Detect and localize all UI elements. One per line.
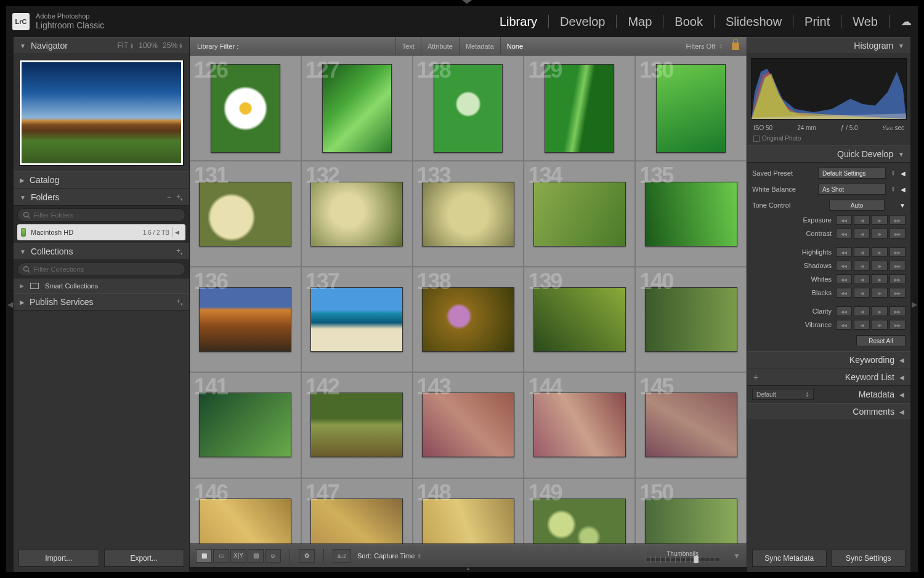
thumbnail[interactable] bbox=[199, 182, 291, 246]
shadows-step-3[interactable]: ▸▸ bbox=[890, 261, 906, 271]
highlights-step-3[interactable]: ▸▸ bbox=[890, 247, 906, 257]
right-edge-expander[interactable]: ▶ bbox=[910, 37, 918, 572]
blacks-step-1[interactable]: ◂ bbox=[854, 288, 870, 298]
import-button[interactable]: Import... bbox=[18, 550, 99, 567]
grid-cell[interactable]: 136 bbox=[190, 267, 301, 372]
keyword-list-header[interactable]: + Keyword List ◀ bbox=[747, 368, 910, 386]
metadata-preset-dropdown[interactable]: Default ▲▼ bbox=[752, 389, 814, 400]
module-map[interactable]: Map bbox=[617, 6, 663, 37]
whites-step-0[interactable]: ◂◂ bbox=[836, 274, 852, 284]
collections-header[interactable]: ▼ Collections +▾ bbox=[14, 243, 189, 260]
compare-view-button[interactable]: X|Y bbox=[230, 549, 246, 563]
highlights-step-1[interactable]: ◂ bbox=[854, 247, 870, 257]
clarity-step-0[interactable]: ◂◂ bbox=[836, 306, 852, 316]
whites-step-1[interactable]: ◂ bbox=[854, 274, 870, 284]
loupe-view-button[interactable]: ▭ bbox=[213, 549, 229, 563]
thumbnail[interactable] bbox=[422, 287, 514, 352]
exposure-step-2[interactable]: ▸ bbox=[872, 215, 888, 225]
whites-step-3[interactable]: ▸▸ bbox=[890, 274, 906, 284]
grid-cell[interactable]: 141 bbox=[190, 372, 301, 478]
contrast-step-3[interactable]: ▸▸ bbox=[890, 229, 906, 238]
white-balance-dropdown[interactable]: As Shot bbox=[818, 184, 886, 195]
grid-cell[interactable]: 146 bbox=[190, 478, 301, 543]
blacks-step-3[interactable]: ▸▸ bbox=[890, 288, 906, 298]
quick-develop-header[interactable]: Quick Develop ▼ bbox=[747, 145, 910, 163]
module-book[interactable]: Book bbox=[663, 6, 714, 37]
thumbnail[interactable] bbox=[310, 182, 403, 246]
people-view-button[interactable]: ☺ bbox=[265, 549, 281, 563]
stepper-icon[interactable]: ▲▼ bbox=[890, 170, 897, 176]
expand-arrow-icon[interactable]: ▼ bbox=[899, 202, 906, 209]
exposure-step-0[interactable]: ◂◂ bbox=[836, 215, 852, 225]
lock-icon[interactable] bbox=[732, 43, 739, 50]
shadows-step-2[interactable]: ▸ bbox=[872, 261, 888, 271]
grid-cell[interactable]: 130 bbox=[635, 55, 747, 161]
folders-header[interactable]: ▼ Folders − +▾ bbox=[14, 189, 189, 206]
thumbnail[interactable] bbox=[422, 393, 514, 457]
thumbnail[interactable] bbox=[199, 287, 291, 352]
contrast-step-0[interactable]: ◂◂ bbox=[836, 229, 852, 238]
painter-button[interactable]: ✿ bbox=[299, 549, 315, 563]
collapse-arrow-icon[interactable]: ◀ bbox=[901, 186, 906, 193]
thumbnail[interactable] bbox=[533, 393, 626, 457]
survey-view-button[interactable]: ▤ bbox=[248, 549, 264, 563]
grid-cell[interactable]: 145 bbox=[635, 372, 747, 478]
thumbnail[interactable] bbox=[310, 393, 403, 457]
sort-dropdown[interactable]: Sort: Capture Time ▲▼ bbox=[357, 552, 421, 560]
thumbnail[interactable] bbox=[199, 393, 291, 457]
grid-cell[interactable]: 143 bbox=[413, 372, 524, 478]
histogram-display[interactable] bbox=[751, 58, 907, 120]
keyword-list-plus-icon[interactable]: + bbox=[753, 372, 758, 382]
sync-settings-button[interactable]: Sync Settings bbox=[832, 550, 906, 567]
zoom-25[interactable]: 25%▲▼ bbox=[163, 41, 183, 50]
keywording-header[interactable]: Keywording ◀ bbox=[747, 351, 910, 368]
grid-cell[interactable]: 140 bbox=[635, 267, 747, 372]
grid-cell[interactable]: 148 bbox=[413, 478, 524, 543]
grid-cell[interactable]: 128 bbox=[413, 55, 524, 161]
export-button[interactable]: Export... bbox=[104, 550, 185, 567]
shadows-step-0[interactable]: ◂◂ bbox=[836, 261, 852, 271]
vibrance-step-3[interactable]: ▸▸ bbox=[890, 320, 906, 330]
grid-view[interactable]: 1261271281291301311321331341351361371381… bbox=[190, 55, 747, 543]
histogram-header[interactable]: Histogram ▼ bbox=[747, 37, 910, 54]
sort-direction-button[interactable]: a↓z bbox=[333, 549, 351, 563]
exposure-step-3[interactable]: ▸▸ bbox=[890, 215, 906, 225]
folders-minus-icon[interactable]: − bbox=[167, 193, 171, 201]
module-slideshow[interactable]: Slideshow bbox=[715, 6, 793, 37]
saved-preset-dropdown[interactable]: Default Settings bbox=[818, 168, 886, 179]
grid-cell[interactable]: 150 bbox=[635, 478, 747, 543]
thumbnail[interactable] bbox=[533, 287, 626, 352]
publish-header[interactable]: ▶ Publish Services +▾ bbox=[14, 293, 189, 311]
collections-filter-input[interactable]: Filter Collections bbox=[17, 263, 185, 276]
highlights-step-0[interactable]: ◂◂ bbox=[836, 247, 852, 257]
collapse-arrow-icon[interactable]: ◀ bbox=[901, 170, 906, 177]
navigator-preview[interactable] bbox=[14, 54, 189, 171]
folders-filter-input[interactable]: Filter Folders bbox=[17, 208, 185, 222]
filters-off-menu[interactable]: Filters Off ▲▼ bbox=[686, 43, 739, 50]
grid-cell[interactable]: 142 bbox=[301, 372, 413, 478]
grid-cell[interactable]: 137 bbox=[301, 267, 413, 372]
highlights-step-2[interactable]: ▸ bbox=[872, 247, 888, 257]
publish-plus-icon[interactable]: +▾ bbox=[176, 297, 183, 307]
grid-cell[interactable]: 126 bbox=[190, 55, 301, 161]
grid-cell[interactable]: 129 bbox=[524, 55, 635, 161]
grid-cell[interactable]: 139 bbox=[524, 267, 635, 372]
module-develop[interactable]: Develop bbox=[549, 6, 616, 37]
grid-cell[interactable]: 133 bbox=[413, 161, 524, 266]
smart-collections-row[interactable]: ▶ Smart Collections bbox=[14, 279, 189, 293]
whites-step-2[interactable]: ▸ bbox=[872, 274, 888, 284]
grid-cell[interactable]: 127 bbox=[301, 55, 413, 161]
shadows-step-1[interactable]: ◂ bbox=[854, 261, 870, 271]
vibrance-step-1[interactable]: ◂ bbox=[854, 320, 870, 330]
filter-tab-text[interactable]: Text bbox=[395, 37, 421, 55]
auto-tone-button[interactable]: Auto bbox=[829, 200, 885, 211]
vibrance-step-0[interactable]: ◂◂ bbox=[836, 320, 852, 330]
grid-view-button[interactable]: ▦ bbox=[196, 549, 212, 563]
sync-metadata-button[interactable]: Sync Metadata bbox=[752, 550, 827, 567]
toolbar-menu-icon[interactable]: ▼ bbox=[733, 552, 740, 560]
stepper-icon[interactable]: ▲▼ bbox=[890, 186, 897, 192]
navigator-header[interactable]: ▼ Navigator FIT▲▼ 100% 25%▲▼ bbox=[14, 37, 189, 54]
catalog-header[interactable]: ▶ Catalog bbox=[14, 171, 189, 189]
module-library[interactable]: Library bbox=[488, 6, 548, 37]
thumbnail[interactable] bbox=[310, 287, 403, 352]
